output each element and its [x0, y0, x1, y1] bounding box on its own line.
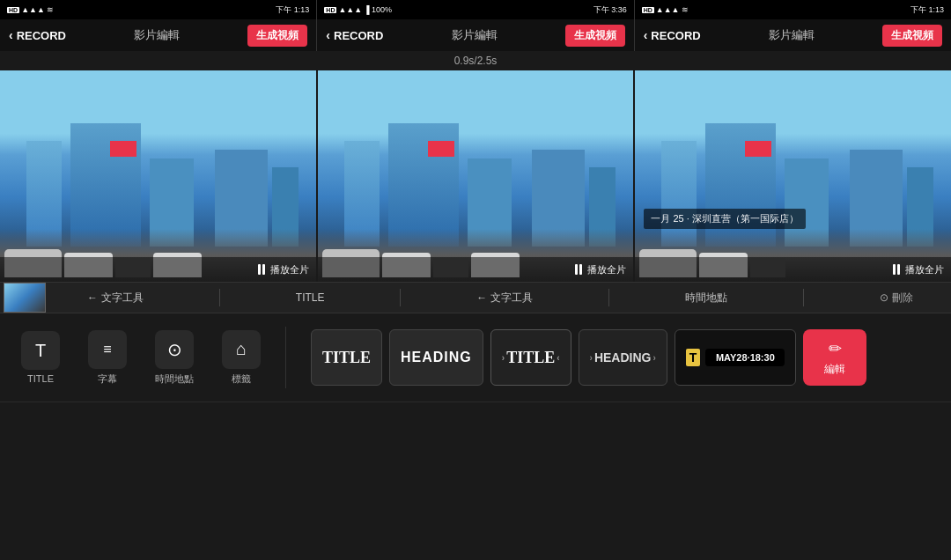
- template-heading-text: HEADING: [401, 350, 472, 365]
- video-bg-1: [0, 70, 316, 282]
- template-heading[interactable]: HEADING: [389, 329, 483, 386]
- edit-label[interactable]: 編輯: [824, 362, 845, 377]
- back-arrow-3[interactable]: ‹: [644, 28, 648, 42]
- location-label[interactable]: 時間地點: [685, 291, 727, 306]
- signal-icon-2: ▲▲▲: [338, 5, 362, 14]
- t-icon: T: [686, 349, 701, 366]
- nav-bar-3: ‹ RECORD 影片編輯 生成視頻: [635, 19, 951, 51]
- play-bar-1[interactable]: 播放全片: [0, 257, 316, 282]
- video-previews: 播放全片: [0, 70, 951, 282]
- tool-tag-icon: ⌂: [222, 330, 261, 369]
- billboard-2: [428, 141, 454, 157]
- nav-left-2[interactable]: ‹ RECORD: [326, 28, 383, 42]
- template-date-style[interactable]: T MAY28·18:30: [675, 329, 797, 386]
- pause-bar-1a: [258, 264, 261, 275]
- time-3: 下午 1:13: [910, 4, 944, 16]
- quote-open: ›: [502, 353, 505, 363]
- back-arrow-1[interactable]: ‹: [9, 28, 13, 42]
- pause-bar-2b: [579, 264, 582, 275]
- bottom-toolbar: ← 文字工具 TITLE ← 文字工具 時間地點 ⊙ 刪除: [0, 282, 951, 313]
- divider-3: [608, 289, 609, 306]
- arrow-icon-2: ←: [476, 291, 487, 304]
- pause-icon-3[interactable]: [893, 264, 900, 275]
- generate-btn-1[interactable]: 生成視頻: [247, 25, 307, 47]
- building-2b: [388, 123, 459, 247]
- template-title-plain-text: TITLE: [322, 349, 371, 367]
- divider-4: [803, 289, 804, 306]
- tool-subtitle-label: 字幕: [98, 372, 117, 386]
- template-title-plain[interactable]: TITLE: [311, 329, 382, 386]
- nav-back-label-1[interactable]: RECORD: [17, 29, 66, 42]
- back-arrow-2[interactable]: ‹: [326, 28, 330, 42]
- hd-badge-1: HD: [7, 7, 19, 13]
- tool-title[interactable]: T TITLE: [14, 331, 67, 384]
- template-date-text: MAY28·18:30: [705, 349, 785, 366]
- nav-bar-1: ‹ RECORD 影片編輯 生成視頻: [0, 19, 317, 51]
- nav-left-1[interactable]: ‹ RECORD: [9, 28, 66, 42]
- text-tool-label-2[interactable]: 文字工具: [490, 291, 533, 306]
- quote-close: ‹: [557, 353, 559, 363]
- timeline-thumbnail[interactable]: [4, 283, 46, 313]
- template-heading-arrow[interactable]: › HEADING ›: [579, 329, 667, 386]
- tool-location-label: 時間地點: [155, 372, 194, 386]
- status-bar-3: HD ▲▲▲ ≋ 下午 1:13: [635, 0, 951, 19]
- nav-title-1: 影片編輯: [134, 27, 180, 43]
- arrow-small: ›: [590, 353, 593, 363]
- toolbar-delete[interactable]: ⊙ 刪除: [880, 291, 913, 306]
- nav-back-label-3[interactable]: RECORD: [651, 29, 700, 42]
- toolbar-text-tool-2[interactable]: ← 文字工具: [476, 291, 533, 306]
- video-panel-1: 播放全片: [0, 70, 318, 282]
- text-tool-label-1[interactable]: 文字工具: [101, 291, 144, 306]
- tool-subtitle[interactable]: ≡ 字幕: [81, 330, 134, 386]
- tool-tag[interactable]: ⌂ 標籤: [215, 330, 268, 386]
- nav-title-2: 影片編輯: [452, 27, 498, 43]
- tools-divider: [285, 327, 286, 388]
- nav-bar-2: ‹ RECORD 影片編輯 生成視頻: [317, 19, 634, 51]
- toolbar-text-tool-1[interactable]: ← 文字工具: [87, 291, 144, 306]
- time-2: 下午 3:36: [593, 4, 627, 16]
- play-label-3[interactable]: 播放全片: [905, 263, 944, 276]
- generate-btn-3[interactable]: 生成視頻: [882, 25, 942, 47]
- status-icons-3: HD ▲▲▲ ≋: [642, 5, 689, 14]
- pause-icon-1[interactable]: [258, 264, 265, 275]
- toolbar-location[interactable]: 時間地點: [685, 291, 727, 306]
- status-icons-2: HD ▲▲▲ ▐ 100%: [324, 5, 392, 14]
- generate-btn-2[interactable]: 生成視頻: [565, 25, 625, 47]
- edit-pencil-icon: ✏: [829, 339, 842, 358]
- nav-left-3[interactable]: ‹ RECORD: [644, 28, 701, 42]
- template-edit-button[interactable]: ✏ 編輯: [803, 329, 866, 386]
- nav-back-label-2[interactable]: RECORD: [334, 29, 383, 42]
- wifi-icon-1: ≋: [47, 5, 54, 14]
- play-bar-2[interactable]: 播放全片: [318, 257, 634, 282]
- tool-location[interactable]: ⊙ 時間地點: [148, 330, 201, 386]
- pause-icon-2[interactable]: [575, 264, 582, 275]
- template-title-styled-text: TITLE: [506, 349, 555, 367]
- delete-label[interactable]: 刪除: [892, 291, 913, 306]
- template-section: TITLE HEADING › TITLE ‹ › HEADING › T MA…: [304, 322, 937, 393]
- tool-tag-label: 標籤: [232, 372, 251, 386]
- play-label-1[interactable]: 播放全片: [270, 263, 309, 276]
- tool-title-icon: T: [21, 331, 60, 370]
- divider-1: [219, 289, 220, 306]
- template-title-styled[interactable]: › TITLE ‹: [490, 329, 571, 386]
- video-bg-3: 一月 25 · 深圳直营（第一国际店）: [635, 70, 951, 282]
- pause-bar-2a: [575, 264, 578, 275]
- date-overlay: 一月 25 · 深圳直营（第一国际店）: [644, 209, 805, 229]
- nav-bars: ‹ RECORD 影片編輯 生成視頻 ‹ RECORD 影片編輯 生成視頻 ‹ …: [0, 19, 951, 51]
- time-1: 下午 1:13: [276, 4, 309, 16]
- timeline-time: 0.9s/2.5s: [454, 55, 498, 67]
- buildings-1: [0, 123, 316, 247]
- status-bar-2: HD ▲▲▲ ▐ 100% 下午 3:36: [317, 0, 634, 19]
- tool-title-label: TITLE: [27, 373, 54, 384]
- status-icons-1: HD ▲▲▲ ≋: [7, 5, 54, 14]
- hd-badge-3: HD: [642, 7, 654, 13]
- pause-bar-3b: [897, 264, 900, 275]
- wifi-icon-3: ≋: [682, 5, 689, 14]
- toolbar-sections: ← 文字工具 TITLE ← 文字工具 時間地點 ⊙ 刪除: [49, 289, 951, 306]
- play-label-2[interactable]: 播放全片: [587, 263, 626, 276]
- toolbar-title-label[interactable]: TITLE: [296, 291, 325, 304]
- play-bar-3[interactable]: 播放全片: [635, 257, 951, 282]
- hd-badge-2: HD: [324, 7, 336, 13]
- status-bar-1: HD ▲▲▲ ≋ 下午 1:13: [0, 0, 317, 19]
- pause-bar-3a: [893, 264, 896, 275]
